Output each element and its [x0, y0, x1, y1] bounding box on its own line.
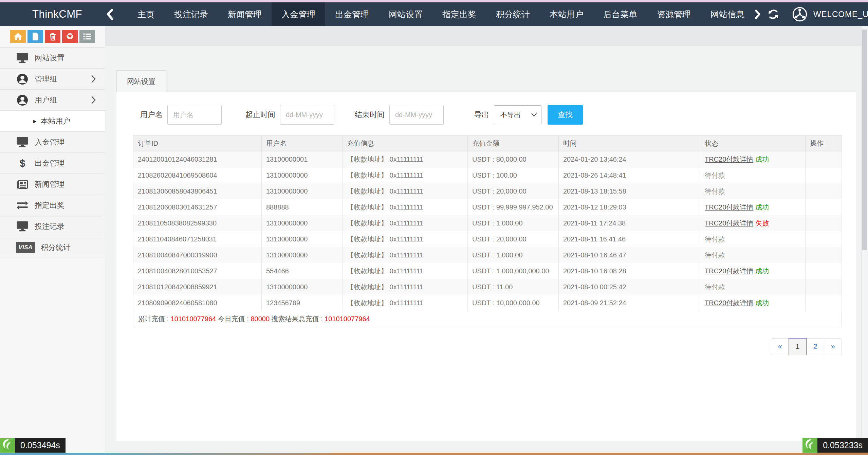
collapse-left-icon[interactable]	[106, 8, 114, 20]
export-select[interactable]: 不导出	[494, 105, 541, 124]
pagination-item-2[interactable]: 2	[806, 338, 824, 355]
export-label: 导出	[474, 110, 489, 120]
scrollbar-thumb[interactable]	[862, 30, 867, 250]
status-pending: 待付款	[705, 251, 725, 259]
tab-site-settings[interactable]: 网站设置	[116, 70, 166, 92]
pagination-item-1[interactable]: 1	[789, 338, 807, 355]
table-body: 24012001012404603128113100000001【收款地址】 0…	[133, 151, 842, 311]
nav-item-3[interactable]: 入金管理	[272, 2, 325, 26]
start-date-input[interactable]	[280, 105, 334, 125]
cell-id: 210809090824060581080	[133, 295, 262, 311]
summary-label-2: 搜索结果总充值 :	[270, 314, 325, 324]
chevron-right-icon[interactable]	[754, 9, 761, 20]
trc20-detail-link[interactable]: TRC20付款详情	[705, 267, 753, 275]
cell-id: 210826020841069508604	[133, 167, 262, 183]
tab-strip: 网站设置	[116, 70, 856, 92]
page-scrollbar[interactable]	[861, 26, 868, 455]
end-date-input[interactable]	[389, 105, 444, 125]
cell-actions	[806, 183, 842, 199]
table-row: 210812060803014631257888888【收款地址】 0x1111…	[133, 199, 842, 215]
brand-logo[interactable]: ThinkCMF	[32, 8, 82, 20]
toolbar-button-recycle[interactable]: ♻	[62, 30, 78, 43]
sidebar-item-7[interactable]: 指定出奖	[0, 195, 105, 216]
trc20-detail-link[interactable]: TRC20付款详情	[705, 203, 753, 211]
cell-amount: USDT : 80,000.00	[468, 151, 559, 167]
side-chevron-right-icon	[91, 96, 96, 104]
trc20-detail-link[interactable]: TRC20付款详情	[705, 219, 753, 227]
nav-item-11[interactable]: 网站信息	[701, 2, 754, 26]
cell-actions	[806, 295, 842, 311]
thinkphp-logo-icon	[802, 438, 817, 453]
sidebar-menu: 网站设置管理组用户组▸本站用户入金管理$出金管理新闻管理指定出奖投注记录VISA…	[0, 47, 105, 258]
cell-user: 554466	[262, 263, 343, 279]
toolbar-button-home[interactable]	[10, 30, 26, 43]
navbar-right: WELCOME_USER ▼	[754, 6, 868, 22]
username-label: WELCOME_USER	[813, 10, 868, 19]
nav-item-0[interactable]: 主页	[128, 2, 164, 26]
toolbar-button-list[interactable]	[79, 30, 95, 43]
monitor-icon	[16, 53, 29, 63]
cell-user: 13100000000	[262, 279, 343, 295]
exchange-icon	[16, 201, 29, 210]
sidebar-item-5[interactable]: $出金管理	[0, 153, 105, 174]
status-pending: 待付款	[705, 235, 725, 243]
nav-item-7[interactable]: 积分统计	[486, 2, 540, 26]
cell-time: 2021-08-11 17:24:38	[559, 215, 700, 231]
toolbar-button-trash[interactable]	[45, 30, 60, 43]
list-icon	[83, 33, 92, 40]
cell-id: 210813060858043806451	[133, 183, 262, 199]
sidebar-item-0[interactable]: 网站设置	[0, 48, 105, 69]
cell-amount: USDT : 1,000,000,000.00	[468, 263, 559, 279]
cell-user: 13100000000	[262, 215, 343, 231]
pagination-item-«[interactable]: «	[771, 338, 789, 355]
nav-item-5[interactable]: 网站设置	[379, 2, 432, 26]
cell-user: 13100000000	[262, 183, 343, 199]
sidebar-item-6[interactable]: 新闻管理	[0, 174, 105, 195]
trc20-detail-link[interactable]: TRC20付款详情	[705, 156, 753, 163]
pagination-item-»[interactable]: »	[824, 338, 842, 355]
cell-status: TRC20付款详情成功	[700, 199, 806, 215]
status-pending: 待付款	[705, 187, 725, 195]
deposit-table: 订单ID用户名充值信息充值金额时间状态操作 240120010124046031…	[133, 135, 842, 311]
cell-info: 【收款地址】 0x11111111	[343, 231, 468, 247]
cell-time: 2021-08-10 16:08:28	[559, 263, 700, 279]
search-button[interactable]: 查找	[548, 105, 583, 125]
cell-time: 2021-08-26 14:48:41	[559, 167, 700, 183]
sidebar-item-2[interactable]: 用户组	[0, 90, 105, 111]
user-icon	[16, 73, 29, 85]
cell-status: TRC20付款详情失败	[700, 215, 806, 231]
trc20-detail-link[interactable]: TRC20付款详情	[705, 299, 753, 307]
nav-item-1[interactable]: 投注记录	[164, 2, 218, 26]
nav-item-4[interactable]: 出金管理	[325, 2, 379, 26]
nav-item-6[interactable]: 指定出奖	[432, 2, 486, 26]
refresh-icon[interactable]	[768, 9, 779, 20]
nav-item-8[interactable]: 本站用户	[540, 2, 593, 26]
sidebar-item-3[interactable]: ▸本站用户	[0, 111, 105, 132]
sidebar-item-4[interactable]: 入金管理	[0, 132, 105, 153]
sidebar-item-label: 本站用户	[41, 116, 71, 126]
status-pending: 待付款	[705, 283, 725, 291]
user-avatar[interactable]	[792, 6, 808, 22]
top-navbar: ThinkCMF 主页投注记录新闻管理入金管理出金管理网站设置指定出奖积分统计本…	[0, 2, 868, 26]
column-header-6: 操作	[806, 135, 842, 151]
cell-info: 【收款地址】 0x11111111	[343, 247, 468, 263]
cell-info: 【收款地址】 0x11111111	[343, 279, 468, 295]
nav-item-10[interactable]: 资源管理	[647, 2, 701, 26]
content-header-band	[105, 26, 868, 46]
username-filter-input[interactable]	[167, 105, 222, 125]
sidebar-item-1[interactable]: 管理组	[0, 69, 105, 90]
sidebar-item-label: 出金管理	[35, 158, 64, 168]
column-header-1: 用户名	[262, 135, 343, 151]
nav-item-2[interactable]: 新闻管理	[218, 2, 272, 26]
cell-id: 210811050838082599330	[133, 215, 262, 231]
cell-id: 210811040846071258031	[133, 231, 262, 247]
sidebar-item-label: 积分统计	[41, 242, 71, 253]
nav-item-9[interactable]: 后台菜单	[593, 2, 647, 26]
sidebar-item-8[interactable]: 投注记录	[0, 216, 105, 237]
cell-status: 待付款	[700, 167, 806, 183]
cell-user: 13100000000	[262, 247, 343, 263]
toolbar-button-file[interactable]	[27, 30, 43, 43]
sidebar-item-9[interactable]: VISA积分统计	[0, 237, 105, 258]
cell-user: 888888	[262, 199, 343, 215]
username-dropdown[interactable]: WELCOME_USER ▼	[813, 10, 868, 19]
